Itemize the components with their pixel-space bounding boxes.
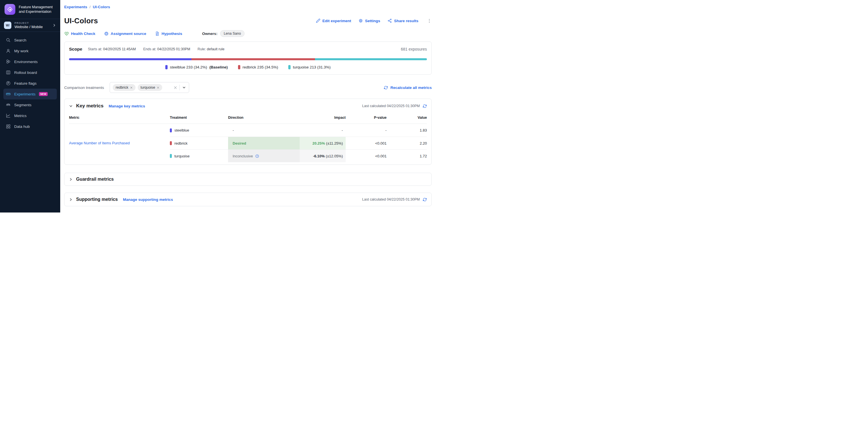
manage-supporting-metrics-link[interactable]: Manage supporting metrics [123,198,173,202]
chip-redbrick[interactable]: redbrick [113,84,135,91]
manage-key-metrics-link[interactable]: Manage key metrics [108,104,145,108]
owner-chip[interactable]: Lena Sano [220,30,245,37]
recalculate-all-metrics-button[interactable]: Recalculate all metrics [384,86,432,90]
board-columns-icon [6,70,11,75]
exposure-distribution-bar [69,58,427,60]
impact-cell: -6.10% (±12.05%) [300,149,346,162]
app-window: Feature Management and Experimentation W… [0,0,434,212]
ends-value: 04/22/2025 01:30PM [157,47,190,51]
value-cell: 2.20 [391,136,427,149]
select-divider [180,85,180,90]
share-results-label: Share results [394,19,418,23]
baseline-label: (Baseline) [209,65,228,69]
collapse-key-metrics-button[interactable] [69,104,73,108]
share-icon [388,19,392,23]
sidebar-item-feature-flags[interactable]: Feature flags [3,78,57,89]
grid-icon [6,124,11,129]
settings-button[interactable]: Settings [359,19,380,23]
hypothesis-link[interactable]: Hypothesis [155,31,182,36]
starts-label: Starts at: [88,47,102,51]
health-check-link[interactable]: Health Check [64,31,95,36]
sidebar-item-label: Environments [14,60,38,64]
comparison-treatments-select[interactable]: redbrick turquoise [110,82,189,93]
key-metrics-table: Metric Treatment Direction Impact P-valu… [69,111,427,162]
edit-experiment-label: Edit experiment [322,19,351,23]
column-header-direction: Direction [228,111,300,124]
metric-cell: Average Number of Items Purchased [69,124,170,162]
impact-value: 20.25% [312,141,325,146]
scope-title: Scope [69,47,82,52]
treatment-cell-redbrick: redbrick [170,136,228,149]
sidebar-item-my-work[interactable]: My work [3,45,57,56]
treatment-label: redbrick [175,141,187,146]
help-icon[interactable]: ? [255,154,259,158]
sidebar-item-environments[interactable]: Environments [3,56,57,67]
supporting-metrics-card: Supporting metrics Manage supporting met… [64,192,432,206]
remove-chip-icon[interactable] [130,86,133,89]
more-actions-button[interactable] [427,19,432,23]
clear-selection-button[interactable] [174,86,177,90]
rule-label: Rule: [198,47,206,51]
direction-value: - [232,128,234,132]
supporting-metrics-lastcalc: Last calculated 04/22/2025 01:30PM [362,198,427,202]
distribution-legend: steelblue 233 (34.2%) (Baseline) redbric… [69,64,427,70]
scope-ends: Ends at: 04/22/2025 01:30PM [143,47,190,51]
sidebar-item-metrics[interactable]: Metrics [3,110,57,121]
sidebar-item-rollout-board[interactable]: Rollout board [3,67,57,78]
last-calculated-text: Last calculated 04/22/2025 01:30PM [362,104,420,108]
sidebar-item-label: My work [14,49,28,53]
breadcrumb-separator: / [90,5,91,9]
value-cell: 1.83 [391,124,427,136]
expand-supporting-metrics-button[interactable] [69,198,73,202]
chip-label: turquoise [141,86,155,90]
impact-ci: (±11.25%) [326,141,343,146]
chip-turquoise[interactable]: turquoise [138,84,162,91]
direction-cell: Desired [228,136,300,149]
project-switcher[interactable]: W/ PROJECT Website / Mobile [0,19,60,32]
sidebar-item-experiments[interactable]: Experiments NEW [3,89,57,99]
sidebar-nav: Search My work Environments Rollout boar… [0,32,60,135]
sidebar-item-label: Experiments [14,92,35,96]
breadcrumb-experiments[interactable]: Experiments [64,5,87,9]
project-name: Website / Mobile [14,25,49,29]
people-group-icon [6,102,11,108]
steelblue-swatch [170,128,172,132]
main-content: Experiments / UI-Colors UI-Colors Edit e… [60,0,434,212]
project-badge: W/ [4,22,11,29]
refresh-key-metrics-button[interactable] [423,104,427,108]
sidebar-item-label: Data hub [14,124,30,129]
impact-value: -6.10% [313,154,324,158]
app-logo-row[interactable]: Feature Management and Experimentation [0,0,60,19]
sidebar-item-label: Segments [14,103,32,107]
column-header-impact: Impact [300,111,346,124]
refresh-icon [384,86,388,90]
treatment-cell-turquoise: turquoise [170,149,228,162]
hexagons-icon [6,59,11,64]
edit-experiment-button[interactable]: Edit experiment [316,19,351,23]
direction-cell: Inconclusive ? [228,149,300,162]
column-header-treatment: Treatment [170,111,228,124]
share-results-button[interactable]: Share results [388,19,418,23]
sidebar-item-search[interactable]: Search [3,35,57,45]
scope-rule: Rule: default rule [198,47,225,51]
metric-link[interactable]: Average Number of Items Purchased [69,141,130,145]
legend-label: redbrick 235 (34.5%) [243,65,278,69]
column-header-metric: Metric [69,111,170,124]
settings-label: Settings [365,19,380,23]
sidebar-item-data-hub[interactable]: Data hub [3,121,57,132]
distribution-segment-redbrick [191,58,315,60]
guardrail-metrics-title: Guardrail metrics [76,177,114,182]
breadcrumb: Experiments / UI-Colors [64,4,432,10]
refresh-supporting-metrics-button[interactable] [423,198,427,202]
chevron-down-icon[interactable] [182,86,186,90]
legend-label: steelblue 233 (34.2%) [170,65,207,69]
breadcrumb-current[interactable]: UI-Colors [93,5,110,9]
treatment-label: steelblue [175,128,189,132]
remove-chip-icon[interactable] [157,86,159,89]
sidebar-item-segments[interactable]: Segments [3,99,57,110]
gear-icon [359,19,363,23]
assignment-source-link[interactable]: Assignment source [104,31,146,36]
title-row: UI-Colors Edit experiment Settings Share… [64,16,432,26]
expand-guardrail-metrics-button[interactable] [69,178,73,181]
sidebar: Feature Management and Experimentation W… [0,0,60,212]
